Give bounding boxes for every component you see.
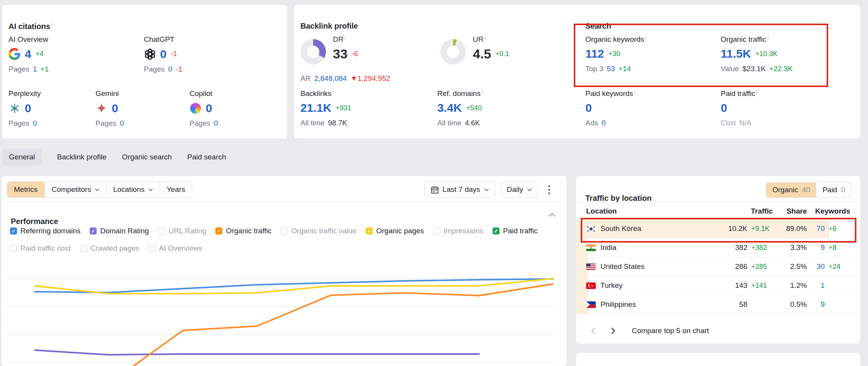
pages-value[interactable]: 1 [33, 65, 37, 74]
ads-label: Ads [585, 119, 598, 127]
column-share: Share [773, 207, 807, 215]
info-icon[interactable]: i [482, 89, 483, 95]
perplexity-value[interactable]: 0 [25, 103, 31, 114]
info-icon[interactable]: i [756, 89, 757, 95]
chevron-down-icon [95, 188, 100, 192]
cost-value: N/A [739, 119, 752, 127]
gemini-value[interactable]: 0 [112, 103, 118, 114]
paid-traffic-value[interactable]: 0 [721, 102, 727, 114]
checkbox-referring-domains[interactable]: Referring domains [10, 227, 80, 235]
table-row-south-korea[interactable]: South Korea 10.2K+9.1K 89.0% 70+6 [576, 219, 860, 238]
checkbox-icon [158, 227, 165, 234]
organic-keywords-value[interactable]: 112 [585, 48, 604, 60]
table-row-india[interactable]: India 382+382 3.3% 9+8 [576, 238, 860, 257]
organic-traffic-delta: +10.3K [755, 50, 778, 58]
keywords-value[interactable]: 9 [820, 243, 825, 252]
paid-count: 0 [841, 186, 845, 194]
previous-page-chevron-icon[interactable] [589, 327, 598, 335]
ref-domains-label: Ref. domains [437, 89, 481, 98]
stat-label: Copilot [189, 89, 218, 98]
location-name[interactable]: Turkey [600, 281, 622, 290]
stat-domain-rating: DRi 33 -6 [333, 35, 358, 60]
panel-divider [576, 202, 860, 202]
paid-toggle-button[interactable]: Paid0 [816, 183, 851, 197]
checkbox-ai-overviews[interactable]: AI Overviews [148, 244, 202, 253]
organic-toggle-button[interactable]: Organic40 [766, 183, 817, 197]
stat-copilot: Copilot 0 Pages0 [189, 89, 218, 128]
chatgpt-delta: -1 [171, 50, 177, 58]
table-row-united-states[interactable]: United States 286+285 2.5% 30+24 [576, 257, 860, 276]
info-icon[interactable]: i [51, 22, 53, 27]
stat-url-rating: URi 4.5 +0.1 [473, 35, 509, 60]
pages-value[interactable]: 0 [214, 119, 218, 128]
checkbox-organic-traffic[interactable]: Organic traffic [215, 227, 271, 235]
checkbox-organic-pages[interactable]: Organic pages [366, 227, 424, 235]
paid-keywords-value[interactable]: 0 [585, 102, 592, 114]
stat-paid-traffic: Paid traffici 0 CostN/A [721, 89, 757, 127]
next-page-chevron-icon[interactable] [609, 327, 617, 335]
info-icon[interactable]: i [767, 35, 769, 41]
location-name[interactable]: Philippines [600, 300, 636, 309]
tab-backlink-profile[interactable]: Backlink profile [57, 153, 107, 161]
checkbox-paid-traffic-cost[interactable]: Paid traffic cost [10, 244, 71, 253]
table-header: Location Traffic Share Keywords [576, 207, 860, 215]
granularity-dropdown[interactable]: Daily [501, 181, 538, 198]
keywords-value[interactable]: 1 [820, 281, 825, 290]
info-icon[interactable]: i [344, 35, 346, 41]
checkbox-impressions[interactable]: Impressions [433, 227, 483, 235]
collapse-chevron-up-icon[interactable] [549, 212, 556, 219]
keywords-value[interactable]: 9 [820, 300, 825, 309]
organic-traffic-value[interactable]: 11.5K [721, 48, 751, 60]
info-icon[interactable]: i [634, 89, 636, 95]
column-location: Location [586, 207, 705, 215]
location-name[interactable]: India [600, 243, 616, 252]
info-icon[interactable]: i [645, 35, 646, 41]
ar-row: AR 2,848,084 ▼1,294,952 [300, 74, 390, 83]
organic-traffic-label: Organic traffic [721, 35, 766, 44]
pages-value[interactable]: 0 [168, 65, 172, 74]
ai-citations-title: AI citationsi [9, 22, 52, 31]
gemini-icon [95, 102, 107, 114]
checkbox-url-rating[interactable]: URL Rating [158, 227, 206, 235]
table-row-philippines[interactable]: Philippines 58 0.5% 9 [576, 295, 860, 314]
backlinks-value[interactable]: 21.1K [300, 102, 331, 114]
chatgpt-value[interactable]: 0 [160, 48, 167, 60]
tab-general[interactable]: General [2, 149, 42, 166]
checkbox-crawled-pages[interactable]: Crawled pages [80, 244, 140, 253]
locations-dropdown[interactable]: Locations [106, 182, 160, 197]
years-button[interactable]: Years [160, 182, 192, 197]
info-icon[interactable]: i [333, 89, 334, 95]
location-name[interactable]: United States [600, 262, 645, 271]
traffic-delta: +141 [747, 282, 773, 290]
checkbox-organic-traffic-value[interactable]: Organic traffic value [281, 227, 356, 235]
ref-domains-value[interactable]: 3.4K [437, 102, 462, 114]
traffic-delta: +285 [747, 263, 773, 271]
metrics-button[interactable]: Metrics [7, 181, 44, 198]
stat-gemini: Gemini 0 Pages0 [95, 89, 124, 128]
metric-checkbox-row-2: Paid traffic cost Crawled pages AI Overv… [10, 244, 202, 253]
tab-organic-search[interactable]: Organic search [122, 153, 172, 161]
keywords-delta: +24 [825, 263, 850, 271]
tab-paid-search[interactable]: Paid search [187, 153, 226, 161]
location-name[interactable]: South Korea [600, 224, 641, 233]
ads-value[interactable]: 0 [602, 119, 606, 127]
top3-value[interactable]: 53 [607, 65, 615, 73]
keywords-delta: +8 [825, 244, 850, 252]
pages-label: Pages [189, 119, 210, 128]
checkbox-domain-rating[interactable]: Domain Rating [90, 227, 149, 235]
ai-overview-value[interactable]: 4 [25, 48, 31, 60]
date-range-dropdown[interactable]: Last 7 days [425, 181, 495, 198]
ar-value[interactable]: 2,848,084 [314, 74, 347, 83]
competitors-dropdown[interactable]: Competitors [44, 182, 106, 197]
keywords-value[interactable]: 70 [817, 224, 825, 233]
compare-top5-link[interactable]: Compare top 5 on chart [632, 327, 709, 335]
keywords-value[interactable]: 30 [817, 262, 825, 271]
dr-delta: -6 [352, 50, 358, 58]
checkbox-paid-traffic[interactable]: Paid traffic [493, 227, 537, 235]
pages-value[interactable]: 0 [120, 119, 124, 128]
table-row-turkey[interactable]: Turkey 143+141 1.2% 1 [576, 276, 860, 295]
more-options-kebab-icon[interactable] [544, 182, 555, 198]
pages-value[interactable]: 0 [33, 119, 37, 128]
copilot-value[interactable]: 0 [206, 103, 212, 114]
info-icon[interactable]: i [484, 35, 486, 41]
